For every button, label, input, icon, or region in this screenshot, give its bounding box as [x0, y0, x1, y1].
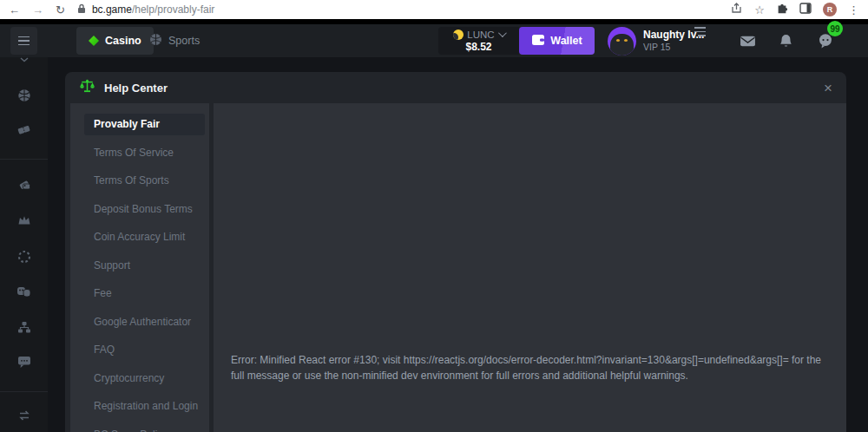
help-menu-item[interactable]: BC Swap Policy: [84, 424, 205, 432]
help-menu-panel: Provably Fair Terms Of Service Terms Of …: [70, 103, 209, 432]
help-menu-item[interactable]: Terms Of Service: [84, 142, 205, 164]
help-menu-item[interactable]: Support: [84, 255, 205, 277]
sports-ball-icon: [149, 33, 162, 49]
tab-sports[interactable]: Sports: [149, 27, 200, 55]
inbox-icon[interactable]: [740, 27, 756, 55]
currency-selector[interactable]: LUNC $8.52: [438, 27, 519, 55]
app-sidebar: [0, 57, 48, 432]
help-menu-item[interactable]: Coin Accuracy Limit: [84, 226, 205, 248]
help-menu-item[interactable]: Google Authenticator: [84, 311, 205, 333]
help-menu-item[interactable]: Terms Of Sports: [84, 170, 205, 192]
user-menu-icon[interactable]: [694, 27, 706, 55]
help-menu-item[interactable]: FAQ: [84, 339, 205, 361]
help-menu-item[interactable]: Fee: [84, 283, 205, 304]
affiliate-network-icon[interactable]: [0, 321, 48, 334]
share-icon[interactable]: [731, 2, 743, 17]
help-menu: Provably Fair Terms Of Service Terms Of …: [70, 114, 209, 432]
swap-icon[interactable]: [0, 409, 48, 422]
user-avatar: [608, 27, 636, 56]
bet-slip-icon[interactable]: [0, 123, 48, 136]
user-profile[interactable]: Naughty Iv... VIP 15: [608, 27, 704, 55]
help-center-modal: Help Center × Provably Fair Terms Of Ser…: [65, 72, 846, 432]
bookmark-star-icon[interactable]: ☆: [754, 4, 765, 16]
support-chat-icon[interactable]: 99: [818, 27, 833, 55]
balance-amount: $8.52: [465, 41, 491, 53]
lunc-coin-icon: [453, 29, 464, 40]
collapse-chevron-icon[interactable]: [0, 57, 48, 62]
lock-icon[interactable]: [77, 2, 86, 17]
help-menu-item[interactable]: Deposit Bonus Terms: [84, 199, 205, 220]
page-background: Help Center × Provably Fair Terms Of Ser…: [0, 57, 868, 432]
help-menu-item[interactable]: Provably Fair: [84, 114, 205, 135]
wallet-button[interactable]: Wallet: [519, 27, 595, 55]
sports-ball-icon[interactable]: [0, 88, 48, 102]
sidebar-divider: [0, 391, 48, 392]
forward-icon[interactable]: →: [32, 4, 43, 16]
side-panel-icon[interactable]: [799, 2, 812, 17]
modal-title: Help Center: [104, 82, 168, 95]
help-menu-item[interactable]: Cryptocurrency: [84, 368, 205, 389]
refresh-icon[interactable]: ↻: [56, 4, 65, 16]
currency-code: LUNC: [467, 29, 494, 40]
hamburger-menu-button[interactable]: [10, 27, 37, 55]
notifications-bell-icon[interactable]: [779, 27, 792, 55]
sidebar-divider: [0, 159, 48, 160]
help-menu-item[interactable]: Registration and Login: [84, 396, 205, 417]
refer-masks-icon[interactable]: [0, 286, 48, 298]
forum-chat-icon[interactable]: [0, 356, 48, 369]
browser-chrome: ← → ↻ bc.game/help/provably-fair ☆ R ⋮: [0, 0, 868, 19]
help-content-panel: Error: Minified React error #130; visit …: [214, 103, 846, 432]
offers-tags-icon[interactable]: [0, 178, 48, 192]
wallet-icon: [531, 34, 545, 49]
chevron-down-icon: [498, 29, 507, 37]
chrome-menu-icon[interactable]: ⋮: [848, 4, 859, 16]
react-error-message: Error: Minified React error #130; visit …: [231, 353, 822, 383]
scales-icon: [79, 79, 95, 96]
vip-crown-icon[interactable]: [0, 214, 48, 226]
close-icon[interactable]: ×: [824, 81, 832, 95]
site-topbar: Casino Sports LUNC $8.52 Wallet Naughty …: [0, 24, 868, 57]
address-bar[interactable]: bc.game/help/provably-fair: [77, 2, 719, 17]
chat-badge: 99: [827, 21, 843, 36]
bonus-circle-icon[interactable]: [0, 250, 48, 264]
back-icon[interactable]: ←: [9, 4, 20, 16]
extensions-icon[interactable]: [776, 2, 788, 17]
bc-diamond-icon: [89, 36, 99, 46]
browser-profile-avatar[interactable]: R: [823, 3, 837, 16]
tab-casino[interactable]: Casino: [76, 27, 154, 55]
url-text: bc.game/help/provably-fair: [92, 3, 214, 16]
